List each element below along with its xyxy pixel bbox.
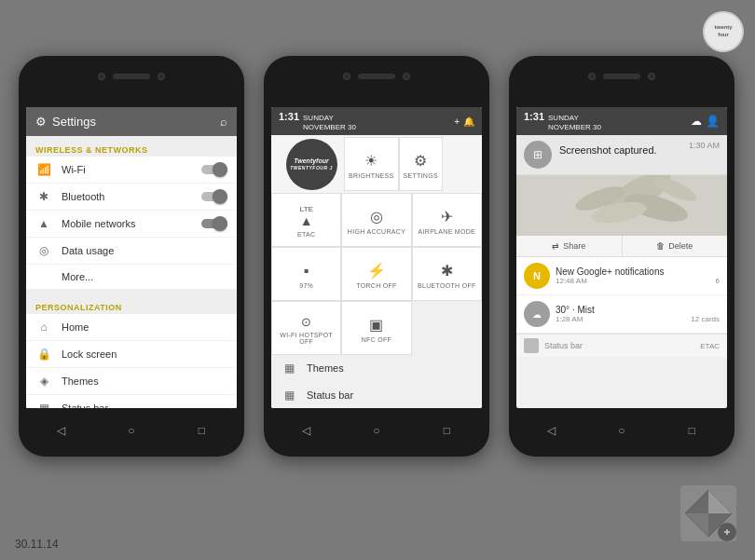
settings-lock[interactable]: 🔒 Lock screen (26, 341, 237, 368)
phone2-nav: ◁ ○ □ (271, 414, 482, 447)
settings-mobile[interactable]: ▲ Mobile networks (26, 211, 237, 238)
notif-time: 1:31 (524, 111, 544, 122)
phone2-top (264, 73, 489, 80)
hotspot-icon: ⊙ (301, 315, 311, 329)
screenshot-time: 1:30 AM (689, 141, 720, 150)
phone2-camera2 (403, 73, 410, 80)
weather-notification[interactable]: ☁ 30° · Mist 1:28 AM 12 cards (516, 295, 727, 334)
google-plus-notification[interactable]: N New Google+ notifications 12:48 AM 6 (516, 257, 727, 295)
wifi-icon: 📶 (35, 163, 52, 176)
personalization-section: PERSONALIZATION ⌂ Home 🔒 Lock screen ◈ T… (26, 294, 237, 408)
hotspot-label: WI-FI HOTSPOT OFF (276, 332, 336, 345)
settings-home[interactable]: ⌂ Home (26, 314, 237, 341)
notification-actions: ⇄ Share 🗑 Delete (516, 236, 727, 257)
bottom-bar-label: Status bar (544, 341, 583, 350)
google-plus-title: New Google+ notifications (556, 266, 720, 277)
phone3-nav-home[interactable]: ○ (612, 421, 631, 440)
statusbar-icon: ▦ (35, 402, 52, 408)
weather-notif-icon: ☁ (524, 301, 550, 327)
weather-sub: 12 cards (691, 315, 720, 323)
signal-icon: ▲ (35, 217, 52, 230)
qs-themes-label: Themes (307, 362, 473, 374)
nav-back[interactable]: ◁ (52, 421, 71, 440)
phone-1: ⚙ Settings ⌕ WIRELESS & NETWORKS 📶 Wi-Fi… (19, 56, 244, 457)
accuracy-icon: ◎ (370, 208, 383, 225)
qs-tile-bluetooth[interactable]: ✱ BLUETOOTH OFF (412, 247, 482, 301)
qs-bluetooth-label: BLUETOOTH OFF (418, 282, 476, 289)
bluetooth-label: Bluetooth (62, 191, 201, 202)
bluetooth-toggle[interactable] (201, 192, 227, 201)
notif-bell-icon: 🔔 (463, 116, 474, 127)
wifi-toggle[interactable] (201, 165, 227, 174)
qs-themes-item[interactable]: ▦ Themes (271, 355, 482, 382)
phone3-nav-recents[interactable]: □ (682, 421, 701, 440)
phone3-camera (588, 73, 596, 80)
qs-tile-settings[interactable]: ⚙ SETTINGS (399, 137, 443, 191)
nfc-icon: ▣ (369, 316, 383, 334)
settings-title: Settings (52, 115, 96, 129)
qs-tile-hotspot[interactable]: ⊙ WI-FI HOTSPOT OFF (271, 301, 341, 355)
lock-icon: 🔒 (35, 348, 52, 361)
weather-meta: 1:28 AM 12 cards (556, 315, 720, 323)
phone-3: 1:31 SUNDAY NOVEMBER 30 ☁ 👤 ⊞ Screenshot… (509, 56, 734, 457)
screenshot-content: Screenshot captured. (559, 141, 681, 157)
qs-statusbar-label: Status bar (307, 389, 473, 401)
share-button[interactable]: ⇄ Share (516, 236, 623, 256)
nav-recents[interactable]: □ (192, 421, 211, 440)
qs-tile-battery[interactable]: ▪ 97% (271, 247, 341, 301)
airplane-icon: ✈ (441, 208, 453, 225)
qs-status-bar: 1:31 SUNDAY NOVEMBER 30 + 🔔 (271, 107, 482, 135)
settings-wifi[interactable]: 📶 Wi-Fi (26, 157, 237, 184)
weather-title: 30° · Mist (556, 305, 720, 315)
bottom-bar-sub: ETAC (700, 342, 720, 350)
qs-statusbar-item[interactable]: ▦ Status bar (271, 382, 482, 408)
notif-date: SUNDAY NOVEMBER 30 (548, 114, 601, 131)
google-plus-count: 6 (716, 277, 720, 285)
qs-logo: Twentyfour TWENTYFOUR J (279, 135, 344, 193)
qs-tile-airplane[interactable]: ✈ AIRPLANE MODE (412, 193, 482, 247)
qs-tile-brightness[interactable]: ☀ BRIGHTNESS (344, 137, 399, 191)
screenshot-title: Screenshot captured. (559, 144, 657, 156)
settings-statusbar[interactable]: ▦ Status bar (26, 395, 237, 408)
google-plus-time: 12:48 AM (556, 277, 587, 285)
gear-icon: ⚙ (35, 115, 47, 129)
phone1-screen: ⚙ Settings ⌕ WIRELESS & NETWORKS 📶 Wi-Fi… (26, 107, 237, 408)
delete-icon: 🗑 (656, 241, 665, 251)
phone3-nav-back[interactable]: ◁ (542, 421, 561, 440)
phone1-camera (98, 73, 105, 80)
phone2-nav-home[interactable]: ○ (367, 421, 386, 440)
search-icon[interactable]: ⌕ (220, 115, 227, 129)
brightness-icon: ☀ (364, 152, 378, 170)
phone1-camera2 (158, 73, 165, 80)
delete-button[interactable]: 🗑 Delete (623, 236, 728, 256)
add-icon[interactable]: + (454, 116, 460, 127)
phone3-camera2 (648, 73, 655, 80)
notif-status-icons: ☁ 👤 (691, 115, 720, 128)
bluetooth-icon: ✱ (35, 190, 52, 203)
qs-themes-icon: ▦ (281, 362, 297, 375)
phone1-top (19, 73, 244, 80)
battery-label: 97% (299, 282, 313, 289)
phone3-nav: ◁ ○ □ (516, 414, 727, 447)
settings-data[interactable]: ◎ Data usage (26, 238, 237, 265)
settings-bluetooth[interactable]: ✱ Bluetooth (26, 184, 237, 211)
qs-date: SUNDAY NOVEMBER 30 (303, 114, 356, 131)
phone2-nav-recents[interactable]: □ (437, 421, 456, 440)
qs-tile-lte[interactable]: LTE ▲ ETAC (271, 193, 341, 247)
qs-tile-nfc[interactable]: ▣ NFC OFF (341, 301, 411, 355)
settings-more[interactable]: More... (26, 265, 237, 290)
nav-home[interactable]: ○ (122, 421, 141, 440)
qs-tile-accuracy[interactable]: ◎ HIGH ACCURACY (341, 193, 411, 247)
account-icon: 👤 (706, 115, 720, 128)
mobile-toggle[interactable] (201, 219, 227, 228)
airplane-label: AIRPLANE MODE (419, 228, 475, 235)
statusbar-label: Status bar (62, 403, 227, 408)
home-icon: ⌂ (35, 321, 52, 334)
settings-themes[interactable]: ◈ Themes (26, 368, 237, 395)
qs-status-icons: + 🔔 (454, 116, 474, 127)
phone2-nav-back[interactable]: ◁ (297, 421, 316, 440)
qs-tile-torch[interactable]: ⚡ TORCH OFF (341, 247, 411, 301)
bottom-bar-icon (524, 338, 539, 353)
weather-cloud-icon: ☁ (532, 309, 542, 320)
nfc-label: NFC OFF (362, 336, 391, 343)
